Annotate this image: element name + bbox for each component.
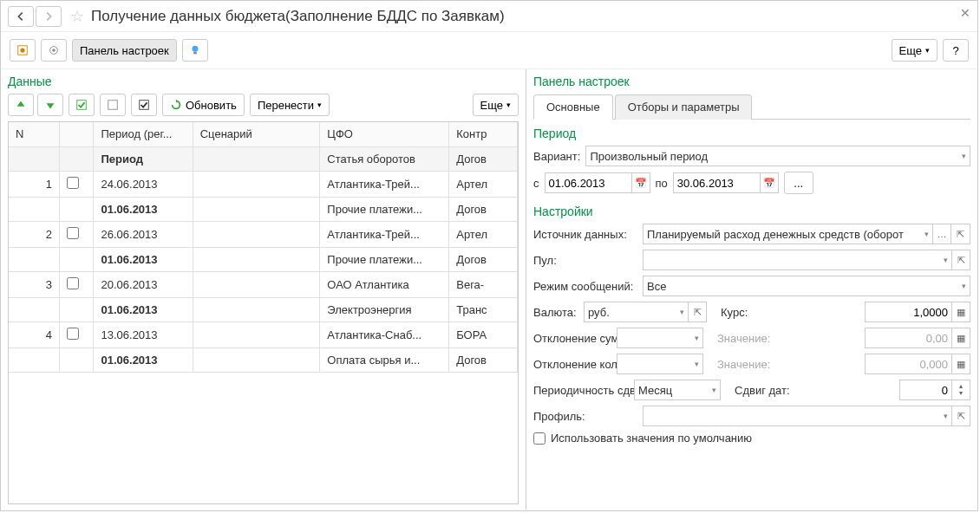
close-icon[interactable]: ✕	[960, 6, 970, 20]
dev-qty-select[interactable]	[617, 354, 703, 374]
open-icon[interactable]: ⇱	[951, 250, 970, 270]
data-section-title: Данные	[8, 75, 519, 88]
settings-panel-toggle[interactable]: Панель настроек	[72, 39, 177, 62]
calculator-icon[interactable]: ▦	[951, 354, 970, 374]
open-icon[interactable]: ⇱	[688, 302, 707, 322]
config-icon-1[interactable]	[10, 39, 36, 62]
dev-qty-label: Отклонение кол-ва:	[533, 358, 611, 371]
row-checkbox[interactable]	[67, 227, 79, 239]
row-checkbox[interactable]	[67, 277, 79, 289]
shift-label: Сдвиг дат:	[735, 384, 790, 397]
calculator-icon[interactable]: ▦	[951, 302, 970, 322]
table-row-sub[interactable]: 01.06.2013Прочие платежи...Догов	[9, 197, 518, 221]
profile-select[interactable]	[643, 406, 951, 426]
from-label: с	[533, 177, 539, 190]
col-check[interactable]	[59, 122, 94, 146]
msg-mode-select[interactable]: Все	[643, 276, 970, 296]
profile-label: Профиль:	[533, 410, 637, 423]
svg-rect-5	[193, 52, 197, 55]
col-contract[interactable]: Догов	[449, 146, 518, 171]
table-row[interactable]: 320.06.2013ОАО АтлантикаВега-	[9, 271, 518, 297]
nav-back-button[interactable]	[8, 6, 34, 27]
data-table[interactable]: N Период (рег... Сценарий ЦФО Контр Пери…	[8, 121, 519, 504]
open-icon[interactable]: ⇱	[951, 224, 970, 244]
more-button-top[interactable]: Еще ▾	[892, 39, 938, 62]
config-icon-2[interactable]	[41, 39, 67, 62]
rate-label: Курс:	[721, 306, 748, 319]
svg-point-1	[20, 48, 24, 52]
svg-point-4	[192, 46, 198, 52]
currency-select[interactable]: руб.	[584, 302, 688, 322]
table-row[interactable]: 413.06.2013Атлантика-Снаб...БОРА	[9, 321, 518, 347]
currency-label: Валюта:	[533, 306, 578, 319]
msg-mode-label: Режим сообщений:	[533, 280, 637, 293]
date-to-input[interactable]	[673, 172, 760, 193]
col-n[interactable]: N	[9, 122, 59, 146]
col-article[interactable]: Статья оборотов	[320, 146, 449, 171]
use-defaults-checkbox[interactable]	[533, 432, 546, 445]
dev-sum-val-input[interactable]	[865, 328, 951, 348]
tab-main[interactable]: Основные	[533, 94, 613, 120]
dev-qty-val-label: Значение:	[717, 358, 770, 371]
spinner-icon[interactable]: ▴▾	[951, 380, 970, 400]
row-checkbox[interactable]	[67, 177, 79, 189]
variant-select[interactable]: Произвольный период	[585, 146, 970, 166]
ellipsis-icon[interactable]: …	[932, 224, 951, 244]
period-shift-label: Периодичность сдвига дат:	[533, 384, 629, 397]
favorite-star-icon[interactable]: ☆	[70, 7, 84, 26]
col-contractor[interactable]: Контр	[449, 122, 518, 146]
svg-rect-6	[77, 101, 87, 110]
to-label: по	[656, 177, 668, 190]
open-icon[interactable]: ⇱	[951, 406, 970, 426]
svg-rect-7	[108, 101, 118, 110]
table-row-sub[interactable]: 01.06.2013ЭлектроэнергияТранс	[9, 297, 518, 321]
source-label: Источник данных:	[533, 228, 637, 241]
pool-select[interactable]	[643, 250, 951, 270]
settings-panel-title: Панель настроек	[533, 75, 970, 88]
dev-qty-val-input[interactable]	[865, 354, 951, 374]
check-all-button[interactable]	[69, 94, 95, 116]
svg-rect-8	[140, 101, 149, 110]
col-cfo[interactable]: ЦФО	[320, 122, 449, 146]
calendar-icon[interactable]: 📅	[760, 172, 779, 193]
dev-sum-select[interactable]	[617, 328, 703, 348]
period-ellipsis-button[interactable]: ...	[784, 172, 813, 194]
toggle-check-button[interactable]	[131, 94, 157, 116]
use-defaults-label: Использовать значения по умолчанию	[551, 432, 752, 445]
table-row-sub[interactable]: 01.06.2013Прочие платежи...Догов	[9, 247, 518, 271]
col-period-reg[interactable]: Период (рег...	[94, 122, 193, 146]
nav-forward-button[interactable]	[36, 6, 62, 27]
transfer-button[interactable]: Перенести ▾	[250, 94, 330, 116]
date-from-input[interactable]	[545, 172, 631, 193]
table-row[interactable]: 124.06.2013Атлантика-Трей...Артел	[9, 171, 518, 197]
move-down-button[interactable]	[37, 94, 63, 116]
table-row-sub[interactable]: 01.06.2013Оплата сырья и...Догов	[9, 347, 518, 372]
source-select[interactable]: Планируемый расход денежных средств (обо…	[643, 224, 932, 244]
more-button-left[interactable]: Еще ▾	[473, 94, 519, 116]
table-row[interactable]: 226.06.2013Атлантика-Трей...Артел	[9, 221, 518, 247]
calendar-icon[interactable]: 📅	[631, 172, 650, 193]
refresh-button[interactable]: Обновить	[162, 94, 245, 116]
uncheck-all-button[interactable]	[100, 94, 126, 116]
bulb-icon[interactable]	[182, 39, 208, 62]
move-up-button[interactable]	[8, 94, 34, 116]
rate-input[interactable]	[865, 302, 951, 322]
dev-sum-label: Отклонение суммы:	[533, 332, 611, 345]
tab-filters[interactable]: Отборы и параметры	[615, 94, 753, 120]
settings-section-title: Настройки	[533, 205, 970, 218]
page-title: Получение данных бюджета(Заполнение БДДС…	[91, 8, 505, 25]
calculator-icon[interactable]: ▦	[951, 328, 970, 348]
variant-label: Вариант:	[533, 150, 580, 163]
help-button[interactable]: ?	[943, 39, 969, 62]
pool-label: Пул:	[533, 254, 637, 267]
period-section-title: Период	[533, 127, 970, 140]
shift-input[interactable]	[899, 380, 951, 400]
svg-point-3	[52, 49, 56, 52]
row-checkbox[interactable]	[67, 328, 79, 340]
period-shift-select[interactable]: Месяц	[634, 380, 721, 400]
dev-sum-val-label: Значение:	[717, 332, 770, 345]
col-scenario[interactable]: Сценарий	[193, 122, 320, 146]
col-period[interactable]: Период	[94, 146, 193, 171]
